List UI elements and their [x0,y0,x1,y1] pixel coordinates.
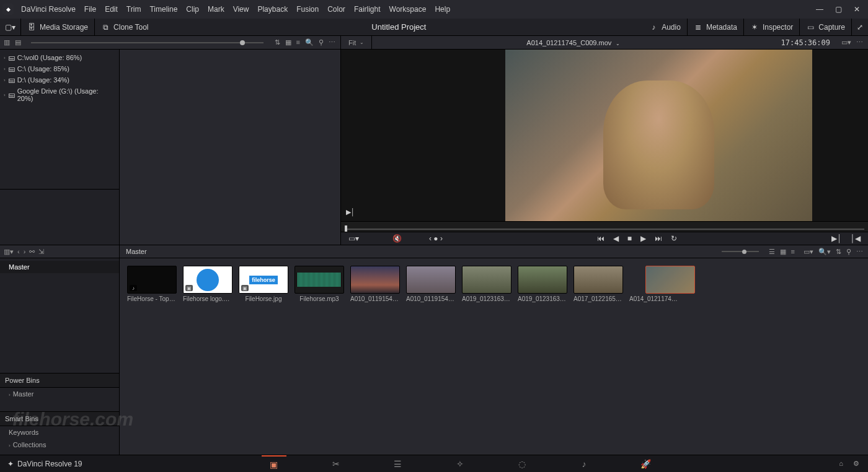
menu-fusion[interactable]: Fusion [296,5,319,14]
bin-layout-icon[interactable]: ▥▾ [4,248,14,256]
viewer-timecode[interactable]: 17:45:36:09 [775,38,836,47]
clip-item[interactable]: A017_01221659_C... [574,266,623,302]
pool-sort-icon[interactable]: ⇅ [836,248,841,256]
mark-out-icon[interactable]: ▶│ [346,208,355,216]
expand-button[interactable]: ⤢ [852,19,868,35]
pool-strip-view-icon[interactable]: ☰ [769,248,775,256]
match-frame-icon[interactable]: ▭▾ [348,234,359,243]
drive-item[interactable]: ›🖴C:\vol0 (Usage: 86%) [0,52,119,63]
loop-button[interactable]: ↻ [671,234,677,243]
clip-item[interactable]: A010_01191542_C... [350,266,400,302]
page-cut-button[interactable]: ✂ [324,455,348,472]
jog-prev-icon[interactable]: ‹ ● › [429,234,443,243]
menu-davinci[interactable]: DaVinci Resolve [21,5,76,14]
clip-item[interactable]: A019_01231639_C... [518,266,567,302]
clip-item[interactable]: ▣FileHorse.jpg [239,266,288,302]
mark-out-button[interactable]: │◀ [851,234,861,243]
first-frame-button[interactable]: ⏮ [597,234,604,243]
nav-fwd-icon[interactable]: › [24,248,26,255]
menu-clip[interactable]: Clip [186,5,199,14]
power-bins-header[interactable]: Power Bins [0,373,119,388]
next-frame-button[interactable]: ⏭ [655,234,662,243]
menu-color[interactable]: Color [327,5,345,14]
grid-view-icon[interactable]: ▦ [285,38,291,46]
smart-bins-header[interactable]: Smart Bins [0,411,119,426]
viewer-mode-icon[interactable]: ▭▾ [841,38,851,46]
pool-options-icon[interactable]: ⋯ [856,248,863,256]
list-view-icon[interactable]: ≡ [296,38,300,46]
panel-layout-icon[interactable]: ▥ [4,38,10,46]
menu-workspace[interactable]: Workspace [389,5,427,14]
clip-item[interactable]: ▣Filehorse logo.png [183,266,232,302]
drive-item[interactable]: ›🖴C:\ (Usage: 85%) [0,63,119,74]
menu-edit[interactable]: Edit [105,5,118,14]
clip-item[interactable]: Filehorse.mp3 [294,266,344,302]
library-toggle-button[interactable]: ▢▾ [0,19,20,35]
media-thumbs-area[interactable] [120,50,341,245]
viewer-clip-name[interactable]: A014_01211745_C009.mov ⌄ [372,39,774,46]
panel-layout2-icon[interactable]: ▤ [15,38,21,46]
drive-item[interactable]: ›🖴Google Drive (G:\) (Usage: 20%) [0,85,119,104]
bin-master[interactable]: Master [0,261,119,273]
search-icon[interactable]: 🔍 [305,38,314,46]
stop-button[interactable]: ■ [627,234,632,243]
menu-timeline[interactable]: Timeline [149,5,177,14]
page-deliver-button[interactable]: 🚀 [634,455,658,472]
clip-item[interactable]: A010_01191548_C... [406,266,456,302]
close-button[interactable]: ✕ [853,5,861,14]
mark-in-button[interactable]: ▶│ [831,234,842,243]
clip-type-icon: ▣ [185,285,193,291]
mute-icon[interactable]: 🔇 [392,234,402,243]
page-media-button[interactable]: ▣ [262,455,286,472]
pool-grid-view-icon[interactable]: ▦ [780,248,786,256]
drive-item[interactable]: ›🖴D:\ (Usage: 34%) [0,74,119,85]
play-button[interactable]: ▶ [640,234,646,243]
media-storage-button[interactable]: 🗄 Media Storage [21,19,94,35]
metadata-panel-button[interactable]: ≣ Metadata [688,19,743,35]
project-settings-button[interactable]: ⚙ [853,460,859,468]
menu-mark[interactable]: Mark [208,5,224,14]
page-fusion-button[interactable]: ✧ [448,455,472,472]
pool-view-mode-icon[interactable]: ▭▾ [804,248,813,256]
prev-frame-button[interactable]: ◀ [613,234,619,243]
menu-trim[interactable]: Trim [126,5,141,14]
maximize-button[interactable]: ▢ [835,5,842,14]
menu-file[interactable]: File [84,5,96,14]
clip-item[interactable]: ♪FileHorse - Top 5 -... [127,266,177,302]
pool-search-icon[interactable]: 🔍▾ [818,248,831,256]
menu-fairlight[interactable]: Fairlight [354,5,381,14]
clip-item[interactable]: A019_01231637_C... [462,266,512,302]
import-icon[interactable]: ⇲ [38,248,44,256]
home-button[interactable]: ⌂ [839,460,843,468]
viewer-scrubber[interactable] [341,221,868,232]
audio-panel-button[interactable]: ♪ Audio [643,19,687,35]
viewer-zoom-dropdown[interactable]: Fit ⌄ [341,36,372,49]
clip-thumb-slider[interactable] [722,251,759,252]
nav-back-icon[interactable]: ‹ [17,248,20,255]
thumbnail-size-slider[interactable] [25,42,270,43]
smart-bin-keywords[interactable]: Keywords [0,426,119,439]
options-icon[interactable]: ⋯ [329,38,335,46]
viewer-video-area[interactable]: ▶│ [341,50,868,221]
media-pool-clips[interactable]: ♪FileHorse - Top 5 -...▣Filehorse logo.p… [120,258,868,455]
inspector-panel-button[interactable]: ✶ Inspector [744,19,799,35]
pool-filter-icon[interactable]: ⚲ [846,248,851,256]
menu-view[interactable]: View [233,5,249,14]
viewer-options-icon[interactable]: ⋯ [856,38,863,46]
sort-icon[interactable]: ⇅ [275,38,280,46]
filter-icon[interactable]: ⚲ [319,38,324,46]
smart-bin-collections[interactable]: ›Collections [0,439,119,451]
breadcrumb-path[interactable]: Master [120,248,153,255]
page-edit-button[interactable]: ☰ [386,455,410,472]
menu-help[interactable]: Help [435,5,450,14]
minimize-button[interactable]: — [816,5,823,14]
page-fairlight-button[interactable]: ♪ [572,455,596,472]
link-icon[interactable]: ⚯ [29,248,35,256]
power-bin-item[interactable]: ›Master [0,388,119,400]
pool-list-view-icon[interactable]: ≡ [791,248,795,255]
capture-panel-button[interactable]: ▭ Capture [800,19,851,35]
menu-playback[interactable]: Playback [257,5,288,14]
clip-item[interactable]: A014_01211745_C... [629,266,679,302]
page-color-button[interactable]: ◌ [510,455,534,472]
clone-tool-button[interactable]: ⧉ Clone Tool [95,19,154,35]
